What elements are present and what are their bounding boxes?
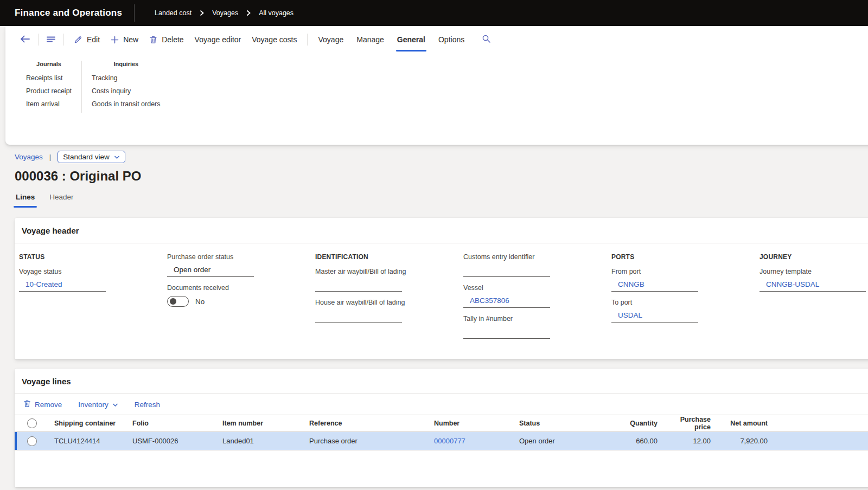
identification-group-label: IDENTIFICATION xyxy=(315,253,463,261)
master-awb-input[interactable] xyxy=(315,278,402,292)
col-filler xyxy=(773,415,868,432)
documents-received-value: No xyxy=(195,298,205,306)
field-label: Purchase order status xyxy=(167,253,315,261)
voyage-editor-button[interactable]: Voyage editor xyxy=(189,32,247,47)
voyage-lines-toolbar: Remove Inventory Refresh xyxy=(15,394,868,415)
divider xyxy=(63,34,64,46)
cell-item-number[interactable]: Landed01 xyxy=(217,432,304,450)
plus-icon xyxy=(111,36,119,44)
edit-label: Edit xyxy=(87,35,100,44)
field-label: To port xyxy=(611,299,760,306)
cell-shipping-container[interactable]: TCLU4124414 xyxy=(49,432,127,450)
action-bar: Edit New Delete Voyage editor Voyage cos… xyxy=(5,26,868,53)
col-number[interactable]: Number xyxy=(429,415,514,432)
field-label: Voyage status xyxy=(19,268,167,275)
field-label: Tally in #number xyxy=(463,315,611,323)
delete-button[interactable]: Delete xyxy=(144,32,189,47)
voyages-link[interactable]: Voyages xyxy=(15,153,43,161)
tab-header[interactable]: Header xyxy=(49,193,73,208)
inventory-dropdown-button[interactable]: Inventory xyxy=(78,401,118,409)
col-item-number[interactable]: Item number xyxy=(217,415,304,432)
menu-item-receipts-list[interactable]: Receipts list xyxy=(26,74,72,83)
house-awb-field: House air waybill/Bill of lading xyxy=(315,299,463,323)
remove-label: Remove xyxy=(35,401,62,409)
refresh-button[interactable]: Refresh xyxy=(135,401,160,409)
purchase-order-status-value[interactable]: Open order xyxy=(167,263,254,277)
field-label: Journey template xyxy=(760,268,868,275)
identification-column: IDENTIFICATION Master air waybill/Bill o… xyxy=(315,253,463,346)
ribbon-group-journals: Journals Receipts list Product receipt I… xyxy=(16,61,81,113)
breadcrumb-area[interactable]: Voyages xyxy=(212,9,238,17)
to-port-value[interactable]: USDAL xyxy=(611,309,698,323)
cell-folio[interactable]: USMF-000026 xyxy=(127,432,217,450)
menu-button[interactable] xyxy=(43,32,59,48)
cell-purchase-price: 12.00 xyxy=(663,432,716,450)
menu-item-tracking[interactable]: Tracking xyxy=(92,74,160,83)
voyage-header-section: Voyage header STATUS Voyage status 10-Cr… xyxy=(15,218,868,359)
cell-net-amount: 7,920.00 xyxy=(716,432,773,450)
menu-item-item-arrival[interactable]: Item arrival xyxy=(26,100,72,109)
tally-field: Tally in #number xyxy=(463,315,611,339)
voyage-header-title-row[interactable]: Voyage header xyxy=(15,218,868,243)
status-column: STATUS Voyage status 10-Created xyxy=(19,253,167,346)
menu-item-product-receipt[interactable]: Product receipt xyxy=(26,87,72,96)
app-title[interactable]: Finance and Operations xyxy=(0,8,122,18)
customs-entry-input[interactable] xyxy=(463,263,550,277)
breadcrumb: Landed cost Voyages All voyages xyxy=(155,9,293,17)
search-icon xyxy=(482,34,491,45)
house-awb-input[interactable] xyxy=(315,309,402,323)
tab-lines[interactable]: Lines xyxy=(16,193,35,208)
breadcrumb-page[interactable]: All voyages xyxy=(259,9,293,17)
col-quantity[interactable]: Quantity xyxy=(613,415,663,432)
field-label: Vessel xyxy=(463,284,611,292)
row-select-radio[interactable] xyxy=(27,436,37,446)
voyage-lines-title-row[interactable]: Voyage lines xyxy=(15,369,868,394)
col-status[interactable]: Status xyxy=(514,415,613,432)
view-selector-dropdown[interactable]: Standard view xyxy=(58,151,125,163)
menu-item-goods-in-transit-orders[interactable]: Goods in transit orders xyxy=(92,100,160,109)
documents-received-toggle-row: No xyxy=(167,296,315,307)
col-shipping-container[interactable]: Shipping container xyxy=(49,415,127,432)
ribbon-group-title: Journals xyxy=(26,61,72,67)
menu-item-costs-inquiry[interactable]: Costs inquiry xyxy=(92,87,160,96)
tally-input[interactable] xyxy=(463,325,550,339)
tab-options[interactable]: Options xyxy=(432,32,471,47)
tab-voyage[interactable]: Voyage xyxy=(312,32,350,47)
remove-button[interactable]: Remove xyxy=(23,399,62,409)
to-port-field: To port USDAL xyxy=(611,299,760,323)
field-label: From port xyxy=(611,268,760,275)
ports-column: PORTS From port CNNGB To port USDAL xyxy=(611,253,760,346)
voyage-status-field: Voyage status 10-Created xyxy=(19,268,167,292)
from-port-value[interactable]: CNNGB xyxy=(611,278,698,292)
tab-manage[interactable]: Manage xyxy=(350,32,391,47)
select-all-radio[interactable] xyxy=(27,418,37,428)
tab-general[interactable]: General xyxy=(391,32,432,47)
section-title: Voyage lines xyxy=(22,377,71,386)
voyage-status-value[interactable]: 10-Created xyxy=(19,278,106,292)
col-purchase-price[interactable]: Purchase price xyxy=(663,415,716,432)
cell-status: Open order xyxy=(514,432,613,450)
new-button[interactable]: New xyxy=(105,32,144,47)
edit-button[interactable]: Edit xyxy=(68,32,105,47)
col-net-amount[interactable]: Net amount xyxy=(716,415,773,432)
chevron-right-icon xyxy=(246,10,251,16)
breadcrumb-module[interactable]: Landed cost xyxy=(155,9,192,17)
table-row[interactable]: TCLU4124414 USMF-000026 Landed01 Purchas… xyxy=(15,432,868,450)
vessel-value[interactable]: ABC357806 xyxy=(463,294,550,308)
back-button[interactable] xyxy=(16,31,34,48)
master-awb-field: Master air waybill/Bill of lading xyxy=(315,268,463,292)
page-title: 000036 : Original PO xyxy=(15,167,868,185)
page-nav-row: Voyages | Standard view xyxy=(15,150,868,164)
col-folio[interactable]: Folio xyxy=(127,415,217,432)
search-button[interactable] xyxy=(478,31,494,48)
documents-received-toggle[interactable] xyxy=(167,296,189,307)
voyage-costs-button[interactable]: Voyage costs xyxy=(246,32,302,47)
identification-column-2: Customs entry identifier Vessel ABC35780… xyxy=(463,253,611,346)
trash-icon xyxy=(23,399,31,409)
cell-number[interactable]: 00000777 xyxy=(429,432,514,450)
col-reference[interactable]: Reference xyxy=(304,415,429,432)
voyage-header-fields: STATUS Voyage status 10-Created Purchase… xyxy=(15,243,868,346)
journey-column: JOURNEY Journey template CNNGB-USDAL xyxy=(760,253,868,346)
refresh-label: Refresh xyxy=(135,401,160,409)
journey-template-value[interactable]: CNNGB-USDAL xyxy=(760,278,866,292)
